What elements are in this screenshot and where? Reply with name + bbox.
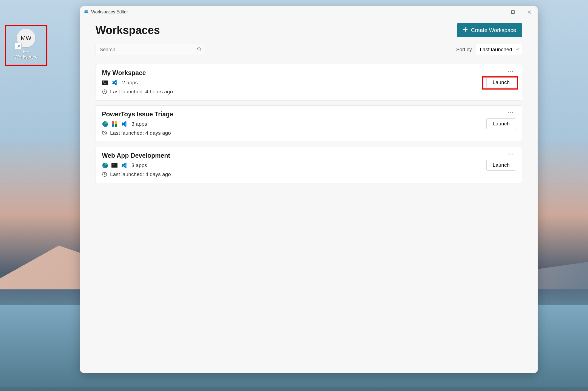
window-controls <box>488 6 538 18</box>
window-title: Workspaces Editor <box>91 10 128 15</box>
workspaces-editor-window: Workspaces Editor Workspaces Create Work… <box>80 6 538 373</box>
plus-icon <box>463 27 468 33</box>
sort-dropdown[interactable]: Last launched <box>476 44 522 55</box>
clock-icon <box>102 130 107 136</box>
launch-button[interactable]: Launch <box>486 118 516 129</box>
powertoys-icon <box>111 121 118 127</box>
header-row: Workspaces Create Workspace <box>96 23 522 37</box>
workspace-card[interactable]: PowerToys Issue Triage3 appsLast launche… <box>96 105 522 142</box>
edge-icon <box>102 162 108 169</box>
workspace-app-count: 3 apps <box>131 121 147 127</box>
close-button[interactable] <box>521 6 538 18</box>
sort-selected-value: Last launched <box>480 47 512 52</box>
card-actions: ⋯Launch <box>486 151 516 171</box>
cmd-icon <box>111 162 118 169</box>
vscode-icon <box>121 162 127 169</box>
search-input[interactable] <box>96 44 205 55</box>
desktop-shortcut-my-workspace[interactable]: MW ↗ My Workspace <box>9 29 43 60</box>
toolbar-row: Sort by Last launched <box>96 44 522 55</box>
edge-icon <box>102 121 108 127</box>
workspace-app-count: 2 apps <box>122 80 138 86</box>
create-workspace-label: Create Workspace <box>471 27 516 33</box>
sort-by-label: Sort by <box>456 47 472 53</box>
last-launched-text: Last launched: 4 hours ago <box>110 89 173 95</box>
page-title: Workspaces <box>96 24 160 36</box>
workspace-apps-row: 3 apps <box>102 121 516 127</box>
maximize-button[interactable] <box>505 6 521 18</box>
svg-rect-8 <box>115 124 117 127</box>
vscode-icon <box>111 79 118 86</box>
workspace-card[interactable]: Web App Development3 appsLast launched: … <box>96 147 522 183</box>
workspace-apps-row: 3 apps <box>102 162 516 169</box>
app-icon <box>84 9 89 15</box>
search-wrap <box>96 44 205 55</box>
vscode-icon <box>121 121 127 127</box>
workspace-name: PowerToys Issue Triage <box>102 111 516 118</box>
clock-icon <box>102 89 107 94</box>
svg-rect-1 <box>512 11 514 13</box>
sort-wrap: Sort by Last launched <box>456 44 522 55</box>
svg-rect-0 <box>495 12 498 12</box>
card-actions: ⋯Launch <box>486 68 516 88</box>
workspace-name: Web App Development <box>102 152 516 159</box>
workspace-apps-row: 2 apps <box>102 79 516 86</box>
shortcut-arrow-icon: ↗ <box>15 43 22 50</box>
desktop-shortcut-circle: MW ↗ <box>17 29 35 47</box>
workspace-last-launched: Last launched: 4 days ago <box>102 130 516 136</box>
more-options-button[interactable]: ⋯ <box>506 68 516 74</box>
workspace-last-launched: Last launched: 4 days ago <box>102 171 516 177</box>
titlebar[interactable]: Workspaces Editor <box>80 6 538 18</box>
desktop-shortcut-initials: MW <box>21 34 31 42</box>
more-options-button[interactable]: ⋯ <box>506 151 516 157</box>
more-options-button[interactable]: ⋯ <box>506 110 516 116</box>
workspace-card[interactable]: My Workspace2 appsLast launched: 4 hours… <box>96 64 522 100</box>
workspace-last-launched: Last launched: 4 hours ago <box>102 89 516 95</box>
last-launched-text: Last launched: 4 days ago <box>110 130 171 136</box>
desktop-shortcut-label: My Workspace <box>15 49 38 60</box>
create-workspace-button[interactable]: Create Workspace <box>457 23 522 37</box>
svg-rect-7 <box>112 124 114 127</box>
workspace-list: My Workspace2 appsLast launched: 4 hours… <box>96 64 522 183</box>
chevron-down-icon <box>515 47 519 52</box>
workspace-name: My Workspace <box>102 69 516 77</box>
workspace-app-count: 3 apps <box>131 162 147 168</box>
minimize-button[interactable] <box>488 6 505 18</box>
clock-icon <box>102 172 107 177</box>
launch-button[interactable]: Launch <box>486 77 516 88</box>
svg-rect-5 <box>112 121 114 124</box>
last-launched-text: Last launched: 4 days ago <box>110 171 171 177</box>
svg-rect-6 <box>115 121 117 124</box>
launch-button[interactable]: Launch <box>486 160 516 171</box>
cmd-icon <box>102 79 108 86</box>
card-actions: ⋯Launch <box>486 110 516 129</box>
content-area: Workspaces Create Workspace Sort by Last… <box>80 18 538 373</box>
